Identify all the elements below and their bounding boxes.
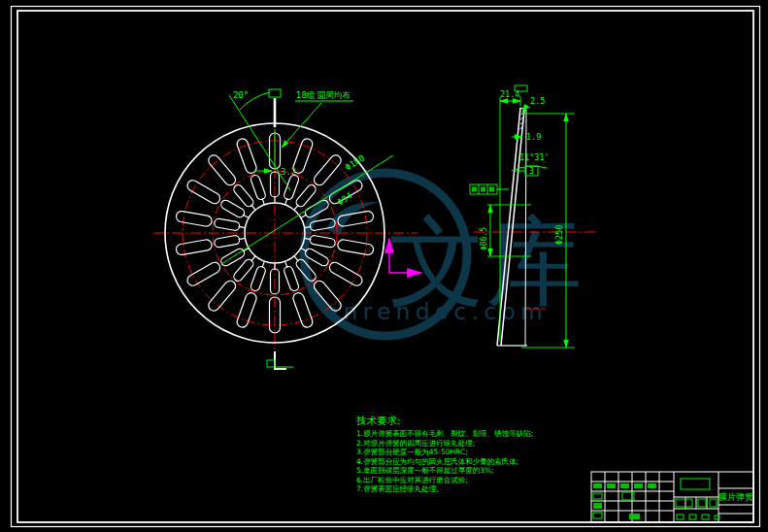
outer-dia-dim: Φ250 bbox=[554, 225, 564, 245]
thickness-dim: 1.9 bbox=[526, 132, 541, 142]
tech-requirements: 技术要求: 1.膜片弹簧表面不得有毛刺、裂纹、划痕、锈蚀等缺陷; 2.对膜片弹簧… bbox=[356, 415, 533, 493]
angle-dim: 20° bbox=[233, 90, 249, 100]
cone-height-dim: 21.4 bbox=[500, 89, 519, 99]
finger-slot bbox=[236, 259, 270, 328]
drawing: 文库 enrendoc.com 20° 18组 圆周均布 3.2 Φ18 bbox=[0, 0, 768, 532]
tech-req-line: 7.弹簧表面应经喷丸处理。 bbox=[356, 484, 444, 493]
tech-req-line: 6.出厂检验中应对其进行磨合试验; bbox=[356, 476, 468, 484]
tech-req-title: 技术要求: bbox=[356, 415, 401, 426]
basic-dim: 3 bbox=[529, 167, 534, 176]
datum-box bbox=[267, 360, 275, 367]
tech-req-line: 3.弹簧部分硬度一般为45-50HRC; bbox=[356, 448, 468, 456]
datum-mark bbox=[275, 351, 286, 369]
slot-width-dim: 3.2 bbox=[281, 167, 296, 177]
dia-180: Φ180 bbox=[344, 152, 367, 172]
part-name: 膜片弹簧 bbox=[718, 492, 753, 502]
front-view bbox=[153, 113, 417, 369]
finger-slot bbox=[304, 233, 375, 255]
cad-canvas: 文库 enrendoc.com 20° 18组 圆周均布 3.2 Φ18 bbox=[0, 0, 768, 532]
tip-radius-dim: 2.5 bbox=[530, 96, 545, 106]
tech-req-line: 2.对膜片弹簧的四周应进行喷丸处理; bbox=[356, 439, 475, 448]
dia-94: Φ94 bbox=[336, 190, 354, 207]
finger-slot bbox=[176, 233, 247, 255]
inner-dia-dim: Φ86.5 bbox=[480, 227, 488, 250]
title-block-entries bbox=[593, 479, 719, 519]
watermark-bird-icon bbox=[326, 202, 379, 235]
tech-req-line: 1.膜片弹簧表面不得有毛刺、裂纹、划痕、锈蚀等缺陷; bbox=[356, 429, 533, 438]
finger-slot bbox=[176, 211, 247, 233]
pattern-note: 18组 圆周均布 bbox=[296, 90, 351, 100]
geometric-tolerance-frame bbox=[470, 184, 509, 194]
tech-req-line: 4.弹簧部分应为均匀的回火屈氏体和少量的索氏体; bbox=[356, 457, 518, 466]
cone-angle-dim: 11°31' bbox=[519, 152, 550, 162]
title-block: 膜片弹簧 bbox=[591, 472, 753, 522]
tolerance-box bbox=[269, 89, 281, 97]
watermark-url: enrendoc.com bbox=[324, 299, 548, 324]
tech-req-line: 5.单面脱碳层深度一般不得超过厚度的3%; bbox=[356, 466, 494, 475]
leader-line bbox=[282, 103, 321, 148]
